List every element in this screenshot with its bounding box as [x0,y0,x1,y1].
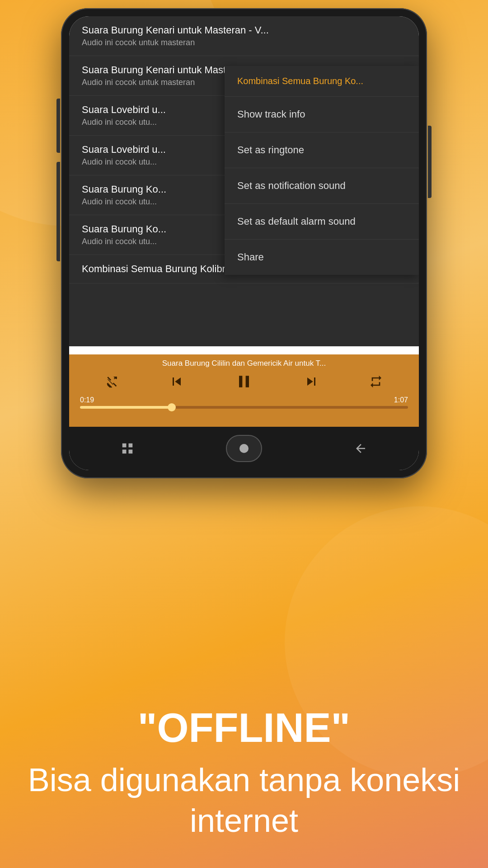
track-list: Suara Burung Kenari untuk Masteran - V..… [69,16,419,346]
context-menu-set-notification[interactable]: Set as notification sound [225,168,419,204]
progress-fill [80,406,172,409]
context-menu-show-track-info[interactable]: Show track info [225,97,419,132]
next-button[interactable] [303,373,319,390]
track-title: Suara Burung Kenari untuk Masteran - V..… [82,24,317,36]
nav-bar [69,427,419,470]
context-menu-title: Kombinasi Semua Burung Ko... [237,76,406,86]
home-button[interactable] [226,435,262,462]
track-subtitle: Audio ini cocok untuk masteran [82,38,317,47]
time-row: 0:19 1:07 [80,396,408,404]
svg-point-0 [239,444,249,453]
shuffle-button[interactable] [105,374,119,389]
list-item[interactable]: Suara Burung Kenari untuk Masteran - V..… [69,16,419,56]
progress-thumb[interactable] [168,403,176,411]
offline-subtitle: Bisa digunakan tanpa koneksi internet [27,760,461,841]
current-time: 0:19 [80,396,94,404]
bottom-text-section: "OFFLINE" Bisa digunakan tanpa koneksi i… [0,706,488,841]
progress-area: 0:19 1:07 [80,396,408,409]
player-track-name: Suara Burung Cililin dan Gemericik Air u… [80,359,408,368]
pause-button[interactable] [234,372,254,392]
player-controls [80,372,408,392]
back-button[interactable] [343,435,379,462]
offline-title: "OFFLINE" [27,706,461,750]
phone-device: Suara Burung Kenari untuk Masteran - V..… [61,8,427,478]
total-time: 1:07 [394,396,408,404]
progress-bar[interactable] [80,406,408,409]
recents-button[interactable] [109,435,145,462]
context-menu-set-ringtone[interactable]: Set as ringtone [225,132,419,168]
phone-screen: Suara Burung Kenari untuk Masteran - V..… [69,16,419,470]
prev-button[interactable] [169,373,185,390]
phone-frame: Suara Burung Kenari untuk Masteran - V..… [61,8,427,478]
context-menu-share[interactable]: Share [225,240,419,275]
repeat-button[interactable] [369,374,383,389]
context-menu-header: Kombinasi Semua Burung Ko... [225,66,419,97]
player-bar: Suara Burung Cililin dan Gemericik Air u… [69,354,419,427]
context-menu: Kombinasi Semua Burung Ko... Show track … [225,66,419,275]
context-menu-set-alarm[interactable]: Set as default alarm sound [225,204,419,240]
